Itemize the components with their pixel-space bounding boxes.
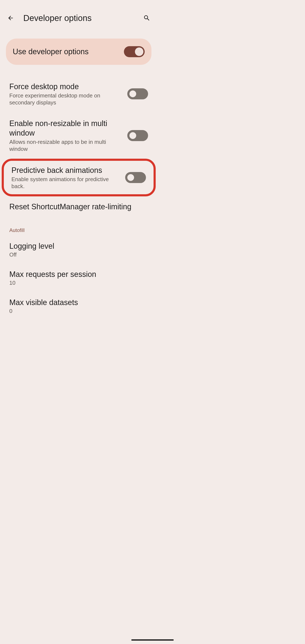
- app-header: Developer options: [0, 0, 157, 32]
- setting-subtitle: Force experimental desktop mode on secon…: [9, 92, 122, 106]
- master-toggle-card[interactable]: Use developer options: [6, 38, 152, 65]
- setting-logging-level[interactable]: Logging level Off: [0, 236, 157, 264]
- master-toggle-switch[interactable]: [124, 46, 145, 57]
- setting-text: Predictive back animations Enable system…: [12, 166, 120, 190]
- page-title: Developer options: [23, 13, 141, 23]
- setting-value: Off: [9, 252, 148, 258]
- setting-value: 10: [9, 280, 148, 286]
- toggle-switch[interactable]: [125, 172, 146, 183]
- back-arrow-icon[interactable]: [5, 12, 16, 24]
- setting-title: Predictive back animations: [12, 166, 120, 175]
- toggle-switch[interactable]: [127, 130, 148, 141]
- setting-title: Reset ShortcutManager rate-limiting: [9, 202, 148, 211]
- setting-text: Force desktop mode Force experimental de…: [9, 82, 122, 106]
- toggle-knob: [127, 174, 134, 181]
- setting-value: 0: [9, 308, 148, 314]
- toggle-switch[interactable]: [127, 88, 148, 99]
- setting-title: Force desktop mode: [9, 82, 122, 91]
- setting-enable-non-resizable[interactable]: Enable non-resizable in multi window All…: [0, 112, 157, 159]
- setting-predictive-back-animations[interactable]: Predictive back animations Enable system…: [2, 159, 156, 196]
- toggle-knob: [130, 132, 136, 139]
- section-header-autofill: Autofill: [0, 218, 157, 236]
- setting-title: Max requests per session: [9, 270, 148, 279]
- setting-force-desktop-mode[interactable]: Force desktop mode Force experimental de…: [0, 76, 157, 112]
- setting-max-visible-datasets[interactable]: Max visible datasets 0: [0, 292, 157, 320]
- setting-title: Max visible datasets: [9, 298, 148, 307]
- setting-subtitle: Allows non-resizable apps to be in multi…: [9, 138, 122, 152]
- toggle-knob: [135, 48, 144, 56]
- toggle-knob: [130, 90, 136, 97]
- setting-subtitle: Enable system animations for predictive …: [12, 176, 120, 190]
- setting-title: Enable non-resizable in multi window: [9, 119, 122, 138]
- setting-text: Enable non-resizable in multi window All…: [9, 119, 122, 152]
- master-toggle-label: Use developer options: [13, 47, 88, 56]
- setting-max-requests[interactable]: Max requests per session 10: [0, 264, 157, 292]
- setting-reset-shortcutmanager[interactable]: Reset ShortcutManager rate-limiting: [0, 196, 157, 218]
- setting-title: Logging level: [9, 242, 148, 250]
- search-icon[interactable]: [141, 12, 153, 24]
